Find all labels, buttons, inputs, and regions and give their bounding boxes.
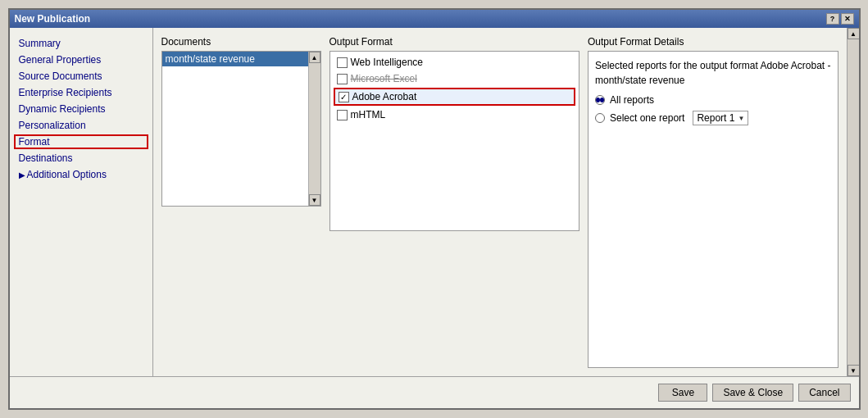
right-scrollbar[interactable]: ▲ ▼ xyxy=(847,28,859,376)
details-description: Selected reports for the output format A… xyxy=(595,58,831,88)
help-button[interactable]: ? xyxy=(826,13,839,25)
format-label-adobe-acrobat: Adobe Acrobat xyxy=(352,91,417,102)
radio-group: All reports Select one report Report 1 ▼ xyxy=(595,94,831,125)
right-scroll-down[interactable]: ▼ xyxy=(848,365,859,376)
sidebar-item-source-documents[interactable]: Source Documents xyxy=(14,69,148,84)
report-dropdown[interactable]: Report 1 ▼ xyxy=(693,111,748,125)
expand-arrow-icon: ▶ xyxy=(19,170,25,179)
sidebar-item-format[interactable]: Format xyxy=(14,134,148,149)
details-description-text: Selected reports for the output format A… xyxy=(595,60,831,71)
radio-btn-all-reports[interactable] xyxy=(595,95,605,105)
checkbox-adobe-acrobat[interactable]: ✓ xyxy=(339,92,349,102)
sidebar-item-enterprise-recipients[interactable]: Enterprise Recipients xyxy=(14,85,148,100)
format-label-microsoft-excel: Microsoft Excel xyxy=(351,73,417,84)
format-label-web-intelligence: Web Intelligence xyxy=(351,57,424,68)
output-format-details-panel: Output Format Details Selected reports f… xyxy=(588,36,838,368)
sidebar-item-additional-options[interactable]: ▶ Additional Options xyxy=(14,167,148,182)
right-scroll-track xyxy=(848,39,859,365)
radio-label-all-reports: All reports xyxy=(610,94,654,106)
checkbox-mhtml[interactable] xyxy=(337,110,348,120)
radio-btn-select-one-report[interactable] xyxy=(595,113,605,123)
main-content: Documents month/state revenue ▲ ▼ xyxy=(153,28,847,376)
format-item-mhtml[interactable]: mHTML xyxy=(334,107,576,122)
documents-panel: Documents month/state revenue ▲ ▼ xyxy=(161,36,321,368)
dialog-footer: Save Save & Close Cancel xyxy=(10,376,859,408)
sidebar-item-destinations[interactable]: Destinations xyxy=(14,151,148,166)
format-item-adobe-acrobat[interactable]: ✓ Adobe Acrobat xyxy=(334,88,576,106)
scroll-down-arrow[interactable]: ▼ xyxy=(309,194,320,206)
format-item-microsoft-excel[interactable]: Microsoft Excel xyxy=(334,71,576,86)
radio-all-reports[interactable]: All reports xyxy=(595,94,831,106)
documents-label: Documents xyxy=(161,36,321,48)
dropdown-arrow-icon: ▼ xyxy=(738,115,744,122)
details-panel: Selected reports for the output format A… xyxy=(588,51,838,368)
dialog-body: Summary General Properties Source Docume… xyxy=(10,28,859,376)
sidebar-item-summary[interactable]: Summary xyxy=(14,36,148,51)
radio-label-select-one-report: Select one report xyxy=(610,112,684,124)
cancel-button[interactable]: Cancel xyxy=(798,384,850,402)
checkbox-web-intelligence[interactable] xyxy=(337,57,348,68)
scroll-up-arrow[interactable]: ▲ xyxy=(309,52,320,63)
radio-select-one-report[interactable]: Select one report Report 1 ▼ xyxy=(595,111,831,125)
sidebar: Summary General Properties Source Docume… xyxy=(10,28,153,376)
documents-list: month/state revenue ▲ ▼ xyxy=(161,51,321,207)
sidebar-item-personalization[interactable]: Personalization xyxy=(14,118,148,133)
format-item-web-intelligence[interactable]: Web Intelligence xyxy=(334,55,576,70)
output-format-label: Output Format xyxy=(329,36,580,48)
title-bar-buttons: ? ✕ xyxy=(826,13,854,25)
format-label-mhtml: mHTML xyxy=(351,109,386,120)
close-button[interactable]: ✕ xyxy=(841,13,854,25)
save-close-button[interactable]: Save & Close xyxy=(712,384,793,402)
new-publication-dialog: New Publication ? ✕ Summary General Prop… xyxy=(8,8,861,410)
save-button[interactable]: Save xyxy=(658,384,707,402)
sidebar-item-additional-options-label: Additional Options xyxy=(27,169,107,180)
checkbox-microsoft-excel[interactable] xyxy=(337,74,348,84)
title-bar: New Publication ? ✕ xyxy=(10,10,859,28)
doc-item-month-state-revenue[interactable]: month/state revenue xyxy=(162,52,320,66)
sidebar-item-dynamic-recipients[interactable]: Dynamic Recipients xyxy=(14,102,148,116)
dialog-title: New Publication xyxy=(15,13,91,25)
documents-scrollbar[interactable]: ▲ ▼ xyxy=(308,52,320,206)
output-format-panel: Output Format Web Intelligence Mi xyxy=(329,36,580,368)
format-list: Web Intelligence Microsoft Excel ✓ Adobe… xyxy=(330,52,579,125)
report-dropdown-value: Report 1 xyxy=(697,112,734,124)
output-format-details-label: Output Format Details xyxy=(588,36,838,48)
sidebar-item-general-properties[interactable]: General Properties xyxy=(14,52,148,67)
details-description-doc: month/state revenue xyxy=(595,75,684,86)
right-scroll-up[interactable]: ▲ xyxy=(848,28,859,39)
output-format-list-container: Web Intelligence Microsoft Excel ✓ Adobe… xyxy=(329,51,580,231)
panels-wrapper: Documents month/state revenue ▲ ▼ xyxy=(161,36,838,368)
